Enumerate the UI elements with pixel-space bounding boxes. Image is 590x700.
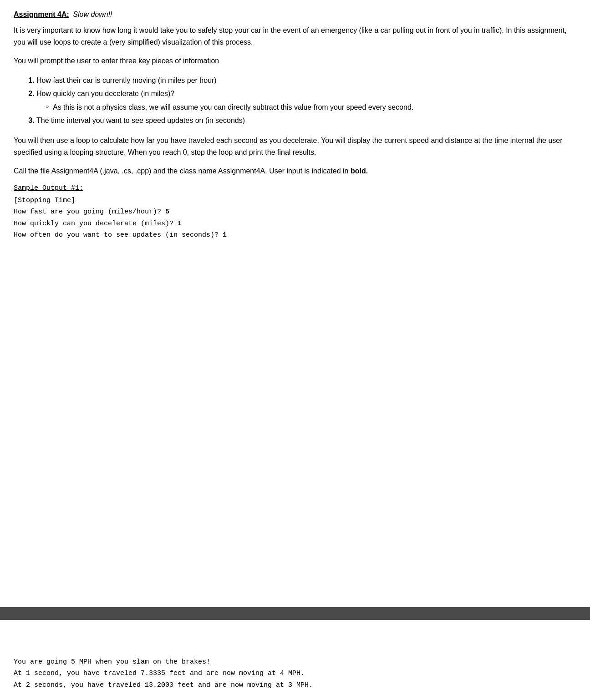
prompt-item-3-label: The time interval you want to see speed … <box>36 117 245 124</box>
prompt-item-3: The time interval you want to see speed … <box>36 114 576 127</box>
prompt-item-2: How quickly can you decelerate (in miles… <box>36 87 576 115</box>
code-block: [Stopping Time] How fast are you going (… <box>14 195 576 241</box>
output-line-3: At 2 seconds, you have traveled 13.2003 … <box>14 680 576 691</box>
output-line-2: At 1 second, you have traveled 7.3335 fe… <box>14 668 576 680</box>
prompt-intro: You will prompt the user to enter three … <box>14 55 576 67</box>
input-speed: 5 <box>165 208 169 216</box>
output-line-1: You are going 5 MPH when you slam on the… <box>14 656 576 668</box>
code-line-1-text: [Stopping Time] <box>14 197 75 204</box>
prompt-item-1-label: How fast their car is currently moving (… <box>36 76 217 84</box>
assignment-subtitle: Slow down!! <box>73 10 112 18</box>
code-line-3: How quickly can you decelerate (miles)? … <box>14 218 576 230</box>
assignment-header: Assignment 4A: Slow down!! <box>14 9 576 20</box>
prompt-list: How fast their car is currently moving (… <box>32 74 576 127</box>
loop-description: You will then use a loop to calculate ho… <box>14 135 576 158</box>
output-section: You are going 5 MPH when you slam on the… <box>0 620 590 700</box>
code-line-4: How often do you want to see updates (in… <box>14 229 576 241</box>
divider-bar <box>0 607 590 620</box>
code-line-2-text: How fast are you going (miles/hour)? <box>14 208 161 216</box>
prompt-item-1: How fast their car is currently moving (… <box>36 74 576 87</box>
file-instruction-bold: bold. <box>351 167 368 175</box>
input-updates: 1 <box>223 231 227 239</box>
code-line-4-text: How often do you want to see updates (in… <box>14 231 219 239</box>
prompt-item-2-label: How quickly can you decelerate (in miles… <box>36 90 174 97</box>
input-decelerate: 1 <box>178 220 182 228</box>
spacer <box>14 245 576 290</box>
prompt-subitem-1: As this is not a physics class, we will … <box>46 101 576 114</box>
assignment-title: Assignment 4A: <box>14 10 69 18</box>
page-container: Assignment 4A: Slow down!! It is very im… <box>0 0 590 700</box>
code-line-2: How fast are you going (miles/hour)? 5 <box>14 206 576 218</box>
sample-output-label: Sample Output #1: <box>14 184 576 192</box>
file-instruction: Call the file Assignment4A (.java, .cs, … <box>14 165 576 177</box>
intro-paragraph: It is very important to know how long it… <box>14 25 576 48</box>
content-area: Assignment 4A: Slow down!! It is very im… <box>0 0 590 589</box>
file-instruction-text: Call the file Assignment4A (.java, .cs, … <box>14 167 351 175</box>
output-spacer <box>14 629 576 656</box>
code-line-3-text: How quickly can you decelerate (miles)? <box>14 220 173 228</box>
code-line-1: [Stopping Time] <box>14 195 576 207</box>
